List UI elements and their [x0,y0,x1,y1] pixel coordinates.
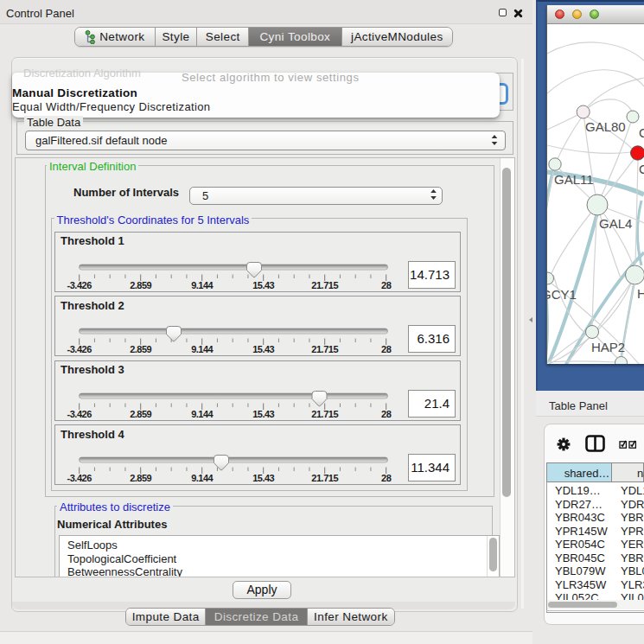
svg-text:15.43: 15.43 [252,280,274,290]
svg-text:9.144: 9.144 [191,280,214,290]
svg-text:HAP2: HAP2 [591,340,625,354]
svg-text:GAL80: GAL80 [585,119,626,134]
svg-text:-3.426: -3.426 [67,280,92,290]
svg-text:15.43: 15.43 [252,473,274,483]
svg-text:28: 28 [381,409,392,419]
svg-text:2.859: 2.859 [130,280,151,290]
svg-text:9.144: 9.144 [191,344,214,354]
svg-text:-3.426: -3.426 [67,344,92,354]
svg-text:21.715: 21.715 [311,409,338,419]
svg-text:GAL11: GAL11 [554,172,594,187]
svg-text:28: 28 [381,344,392,354]
svg-text:GA: GA [639,125,644,140]
svg-text:HA: HA [637,286,644,301]
svg-text:2.859: 2.859 [130,409,151,419]
svg-text:GAL4: GAL4 [599,216,632,231]
svg-text:-3.426: -3.426 [67,473,92,483]
svg-text:9.144: 9.144 [191,473,214,483]
svg-text:2.859: 2.859 [130,473,151,483]
svg-text:21.715: 21.715 [311,473,338,483]
svg-text:28: 28 [381,280,392,290]
svg-text:28: 28 [381,473,392,483]
svg-text:21.715: 21.715 [311,280,338,290]
svg-text:C: C [639,162,644,176]
svg-text:-3.426: -3.426 [67,409,92,419]
svg-text:GCY1: GCY1 [547,287,577,302]
svg-text:2.859: 2.859 [130,344,151,354]
svg-text:21.715: 21.715 [311,344,338,354]
svg-text:9.144: 9.144 [191,409,214,419]
svg-text:15.43: 15.43 [252,409,274,419]
svg-text:15.43: 15.43 [252,344,274,354]
